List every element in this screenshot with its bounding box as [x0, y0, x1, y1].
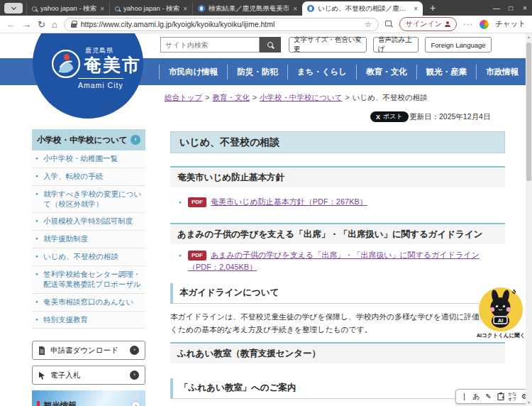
- tab-search-results[interactable]: 検索結果／鹿児島県奄美市 ×: [192, 1, 302, 16]
- back-icon[interactable]: ←: [6, 20, 16, 29]
- signin-button[interactable]: サインイン: [399, 17, 457, 31]
- breadcrumb-schools-link[interactable]: 小学校・中学校について: [260, 93, 342, 102]
- tab-close-icon[interactable]: ×: [183, 5, 187, 13]
- forward-icon[interactable]: →: [22, 20, 31, 29]
- minimize-button[interactable]: —: [489, 0, 504, 16]
- nav-tourism-industry[interactable]: 観光・産業: [416, 65, 477, 79]
- copilot-icon[interactable]: [480, 20, 489, 29]
- search-icon: [115, 6, 120, 11]
- circle-arrow-icon: ›: [131, 401, 140, 406]
- foreign-language-button[interactable]: Foreign Language: [425, 37, 492, 53]
- mascot-caption: AIコクトくんに聞く: [472, 332, 529, 339]
- circle-arrow-icon: ›: [131, 135, 140, 145]
- red-accent-bar: [37, 401, 40, 406]
- amami-emblem-icon: [51, 49, 81, 79]
- sidebar-title[interactable]: 小学校・中学校について ›: [32, 129, 145, 150]
- tab-active-ijime[interactable]: いじめ、不登校の相談／鹿児島県奄 ×: [302, 1, 423, 16]
- scroll-up-icon[interactable]: ▲: [526, 35, 532, 39]
- close-button[interactable]: ×: [518, 0, 532, 16]
- browser-toolbar: ← → ↻ ⌂ https://www.city.amami.lg.jp/kyo…: [0, 16, 532, 33]
- ai-chatbot-button[interactable]: AI AIコクトくんに聞く: [472, 287, 529, 339]
- sidebar-item-school-change[interactable]: 就学すべき学校の変更について（校区外就学）: [32, 186, 145, 214]
- page-scrollbar[interactable]: ▲ ▼: [526, 33, 532, 406]
- home-icon[interactable]: ⌂: [52, 20, 57, 29]
- breadcrumb-home-link[interactable]: 総合トップ: [165, 93, 202, 102]
- sidebar-item-consult-guide[interactable]: 奄美市相談窓口のあんない: [32, 294, 145, 312]
- refresh-icon[interactable]: ↻: [38, 20, 45, 29]
- sidebar-item-enrollment[interactable]: 入学、転校の手続: [32, 168, 145, 186]
- circle-arrow-icon: ›: [130, 346, 139, 355]
- svg-text:AI: AI: [498, 317, 504, 324]
- pdf-link-row: PDF奄美市いじめ防止基本方針（PDF：267KB）: [179, 196, 499, 208]
- site-favicon: [307, 5, 314, 12]
- logo-romaji-label: Amami City: [78, 78, 123, 89]
- nav-citizen-info[interactable]: 市民向け情報: [159, 65, 227, 79]
- section-heading-bullying-policy: 奄美市いじめ防止基本方針: [170, 166, 505, 187]
- document-icon: [38, 346, 45, 355]
- window-controls: — □ ×: [489, 0, 532, 16]
- attendance-guideline-pdf-link[interactable]: あまみの子供の学びを支える「出席」・「出席扱い」に関するガイドライン（PDF：2…: [188, 251, 480, 271]
- sidebar-schools-menu: 小学校・中学校について › 小中学校・幼稚園一覧 入学、転校の手続 就学すべき学…: [32, 129, 145, 329]
- nav-disaster[interactable]: 防災・防犯: [227, 65, 287, 79]
- chevron-down-icon: [11, 4, 16, 9]
- bullying-policy-pdf-link[interactable]: 奄美市いじめ防止基本方針（PDF：267KB）: [211, 197, 367, 206]
- pdf-link-row: PDFあまみの子供の学びを支える「出席」・「出席扱い」に関するガイドライン（PD…: [179, 249, 499, 273]
- x-post-button[interactable]: X ポスト: [370, 111, 409, 122]
- sidebar-item-lunch-proposal[interactable]: 笠利学校給食センター調理・配送等業務委託プロポーザル: [32, 266, 145, 294]
- application-download-button[interactable]: 申請書ダウンロード ›: [32, 341, 145, 360]
- favorite-star-icon[interactable]: ☆: [365, 20, 372, 29]
- tab-close-icon[interactable]: ×: [293, 5, 297, 13]
- url-text[interactable]: https://www.city.amami.lg.jp/kyoigk/kyoi…: [81, 20, 360, 28]
- site-search-button[interactable]: [260, 37, 281, 53]
- maximize-button[interactable]: □: [504, 0, 518, 16]
- subheading-about-guideline: 本ガイドラインについて: [170, 283, 505, 304]
- sidebar-item-school-list[interactable]: 小中学校・幼稚園一覧: [32, 150, 145, 168]
- electronic-bidding-button[interactable]: 電子入札 ›: [32, 366, 145, 385]
- site-search-input[interactable]: [160, 37, 260, 53]
- ime-kana-toggle[interactable]: かな オフ: [506, 392, 519, 402]
- nav-city-info[interactable]: 市政情報: [476, 65, 528, 79]
- section-heading-attendance-guideline: あまみの子供の学びを支える「出席」・「出席扱い」に関するガイドライン: [170, 223, 505, 244]
- sidebar-item-school-aid[interactable]: 就学援助制度: [32, 231, 145, 248]
- ime-caret: |: [458, 393, 470, 400]
- ime-toolbar: | あ ✎ かな オフ ⚙: [455, 389, 532, 404]
- tab-yahoo-1[interactable]: yahoo japan - 検索 ×: [26, 1, 109, 16]
- new-tab-button[interactable]: +: [423, 2, 443, 13]
- mascot-rabbit-icon: AI: [479, 287, 523, 331]
- tab-actions-button[interactable]: [4, 3, 23, 13]
- guideline-description: 本ガイドラインは、不登校児童生徒の学びを保障し、学校内外の多様な学びを適切に評価…: [170, 310, 505, 336]
- text-to-speech-button[interactable]: 音声読み上げ: [373, 37, 419, 53]
- ime-clipboard-icon[interactable]: [494, 393, 506, 400]
- site-favicon: [198, 5, 205, 12]
- amami-city-logo[interactable]: 鹿児島県 奄美市 Amami City: [33, 33, 143, 119]
- tab-close-icon[interactable]: ×: [414, 5, 418, 13]
- nav-town-life[interactable]: まち・くらし: [287, 65, 356, 79]
- collections-icon[interactable]: [385, 21, 393, 28]
- scrollbar-thumb[interactable]: [526, 43, 531, 181]
- browser-menu-icon[interactable]: ···: [463, 20, 473, 28]
- sidebar-item-ijime-consult[interactable]: いじめ、不登校の相談: [32, 248, 145, 266]
- tab-yahoo-2[interactable]: yahoo japan - 検索 ×: [109, 1, 192, 16]
- x-logo-icon: X: [376, 114, 380, 121]
- breadcrumb: 総合トップ>教育・文化>小学校・中学校について>いじめ、不登校の相談: [165, 93, 519, 103]
- page-title: いじめ、不登校の相談: [170, 131, 505, 153]
- cursor-icon: [38, 371, 45, 380]
- scroll-down-icon[interactable]: ▼: [526, 400, 532, 405]
- nav-education-culture[interactable]: 教育・文化: [356, 65, 416, 79]
- tab-close-icon[interactable]: ×: [100, 5, 104, 13]
- address-bar[interactable]: https://www.city.amami.lg.jp/kyoigk/kyoi…: [64, 18, 379, 31]
- tourism-info-banner[interactable]: 観光情報 ›: [32, 390, 145, 406]
- pdf-badge: PDF: [188, 251, 206, 260]
- copilot-chat-label[interactable]: チャット: [495, 19, 526, 29]
- ime-mode-hiragana[interactable]: あ: [470, 393, 482, 400]
- sidebar-item-special-education[interactable]: 特別支援教育: [32, 312, 145, 329]
- updated-date: 更新日：2025年12月4日: [409, 112, 490, 122]
- browser-tab-bar: yahoo japan - 検索 × yahoo japan - 検索 × 検索…: [0, 0, 532, 16]
- sidebar-item-small-school[interactable]: 小規模校入学特別認可制度: [32, 213, 145, 231]
- circle-arrow-icon: ›: [130, 371, 139, 380]
- breadcrumb-current: いじめ、不登校の相談: [353, 93, 428, 102]
- breadcrumb-education-link[interactable]: 教育・文化: [212, 93, 250, 102]
- search-icon: [32, 6, 37, 11]
- ime-pen-icon[interactable]: ✎: [482, 393, 494, 400]
- font-color-settings-button[interactable]: 文字サイズ・色合い変更: [289, 37, 367, 53]
